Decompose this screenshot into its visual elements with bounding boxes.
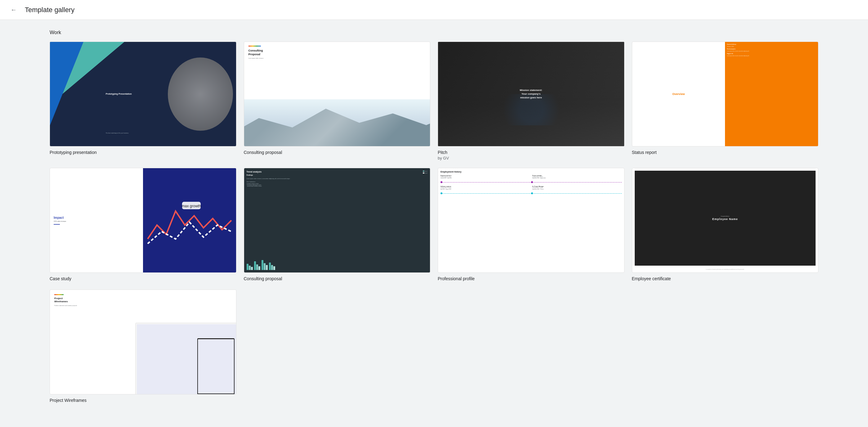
status-overview-text: Overview — [672, 92, 685, 96]
profile-timeline-line-top — [440, 181, 622, 183]
bar-group-3 — [261, 260, 268, 270]
profile-timeline-row1: Engineering Intern Company Name, Locatio… — [440, 175, 622, 179]
template-item-profile[interactable]: Employment history Engineering Intern Co… — [438, 168, 624, 282]
profile-role-2: Project manager Company Name, LocationSe… — [532, 175, 622, 179]
template-item-pitch[interactable]: Mission statement: Your company's missio… — [438, 41, 624, 160]
template-label-profile: Professional profile — [438, 276, 624, 282]
bar-group-4 — [269, 263, 275, 270]
trend-body: Lorem ipsum dolor sit amet, consectetur … — [247, 178, 428, 179]
thumb-sub-consulting1: Lorem ipsum dolor sit amet. — [248, 57, 426, 59]
bar-2a — [254, 261, 256, 270]
cert-sub: In recognition of superior performance a… — [635, 269, 816, 270]
cert-congrats: Congratulations — [721, 215, 729, 217]
status-body-3: Lorem ipsum dolor sit amet consectetur a… — [727, 55, 816, 57]
bar-1c — [251, 267, 253, 270]
profile-timeline-row2: Software engineer Company Name, Location… — [440, 186, 622, 190]
casestudy-impact-text: Impact — [54, 216, 139, 219]
bar-group-2 — [254, 261, 260, 270]
pitch-line3: mission goes here — [520, 96, 542, 99]
bar-4b — [271, 265, 273, 270]
template-thumb-prototyping[interactable]: Prototyping Presentation The best market… — [50, 41, 237, 147]
bar-2c — [258, 266, 260, 270]
trend-bar-chart — [247, 220, 428, 270]
top-bar: ← Template gallery — [0, 0, 868, 20]
status-right-panel: Expected delivery January 4, 20XX Recent… — [725, 42, 818, 146]
cert-inner: Congratulations Employee Name — [635, 171, 816, 266]
bar-group-1 — [247, 264, 253, 270]
template-thumb-consulting1[interactable]: ConsultingProposal Lorem ipsum dolor sit… — [244, 41, 431, 147]
status-body-1: January 4, 20XX — [727, 46, 816, 47]
casestudy-right: max growth — [143, 168, 236, 272]
template-thumb-trend[interactable]: Trend analysis Item 1 Item 2 Findings Lo… — [244, 168, 431, 273]
thumb-title-consulting1: ConsultingProposal — [248, 49, 426, 56]
status-body-2: Lorem ipsum dolor sit amet consectetur a… — [727, 51, 816, 52]
trend-title: Trend analysis — [247, 171, 262, 173]
template-grid-row3: ProjectWireframes Problem statement and … — [50, 289, 818, 404]
page-title: Template gallery — [25, 6, 74, 14]
back-button[interactable]: ← — [7, 4, 20, 16]
bar-3a — [261, 260, 264, 270]
wf-mobile-screen — [198, 339, 234, 394]
profile-timeline-line-bottom — [440, 192, 622, 194]
decoration-coin — [168, 57, 233, 130]
svg-text:max growth: max growth — [182, 204, 201, 208]
template-label-pitch: Pitch — [438, 150, 624, 156]
template-thumb-cert[interactable]: Congratulations Employee Name In recogni… — [632, 168, 819, 273]
bar-4c — [273, 266, 275, 270]
status-heading-1: Expected delivery — [727, 44, 816, 45]
template-item-prototyping[interactable]: Prototyping Presentation The best market… — [50, 41, 237, 160]
template-label-wireframes: Project Wireframes — [50, 398, 237, 404]
status-heading-2: Recent progress — [727, 49, 816, 50]
template-thumb-pitch[interactable]: Mission statement: Your company's missio… — [438, 41, 624, 147]
template-grid-row1: Prototyping Presentation The best market… — [50, 41, 818, 160]
bar-3c — [266, 265, 268, 270]
template-item-casestudy[interactable]: Impact XX% sales increase max growth Cas… — [50, 168, 237, 282]
template-label-consulting1: Consulting proposal — [244, 150, 431, 156]
casestudy-left: Impact XX% sales increase — [50, 168, 143, 272]
template-item-cert[interactable]: Congratulations Employee Name In recogni… — [632, 168, 819, 282]
template-label-casestudy: Case study — [50, 276, 237, 282]
bar-4a — [269, 263, 271, 270]
bar-1b — [249, 266, 251, 270]
casestudy-impact-sub: XX% sales increase — [54, 221, 139, 222]
wf-rainbow-bar — [54, 294, 64, 295]
casestudy-chart: max growth — [143, 168, 236, 272]
bar-2b — [256, 265, 258, 270]
wf-sub: Problem statement and solution proposal — [54, 305, 232, 307]
profile-role-4: Sr. Project Manager Company Name, Locati… — [532, 186, 622, 190]
template-grid-row2: Impact XX% sales increase max growth Cas… — [50, 168, 818, 282]
casestudy-underline — [54, 224, 60, 225]
pitch-line2: Your company's — [522, 92, 540, 95]
back-arrow-icon: ← — [10, 6, 17, 13]
cert-employee-name: Employee Name — [712, 217, 738, 221]
profile-title: Employment history — [440, 171, 622, 173]
profile-role-3: Software engineer Company Name, Location… — [440, 186, 530, 190]
status-heading-3: Biggest risk — [727, 53, 816, 54]
template-thumb-status[interactable]: Overview Expected delivery January 4, 20… — [632, 41, 819, 147]
template-item-consulting1[interactable]: ConsultingProposal Lorem ipsum dolor sit… — [244, 41, 431, 160]
template-item-wireframes[interactable]: ProjectWireframes Problem statement and … — [50, 289, 237, 404]
template-sublabel-pitch: by GV — [438, 156, 624, 160]
template-item-trend[interactable]: Trend analysis Item 1 Item 2 Findings Lo… — [244, 168, 431, 282]
template-label-prototyping: Prototyping presentation — [50, 150, 237, 156]
bar-3b — [264, 263, 266, 270]
thumb-sub-prototyping: The best marketing tool for your busines… — [106, 132, 129, 134]
template-label-cert: Employee certificate — [632, 276, 819, 282]
trend-findings: Findings — [247, 174, 428, 176]
thumb-title-prototyping: Prototyping Presentation — [106, 92, 132, 96]
status-left-panel: Overview — [632, 42, 725, 146]
pitch-line1: Mission statement: — [520, 89, 542, 92]
bar-1a — [247, 264, 248, 270]
template-thumb-profile[interactable]: Employment history Engineering Intern Co… — [438, 168, 624, 273]
decoration-rainbow-bar — [248, 45, 261, 47]
template-thumb-wireframes[interactable]: ProjectWireframes Problem statement and … — [50, 289, 237, 394]
wf-mobile-mockup — [197, 338, 235, 394]
wf-title: ProjectWireframes — [54, 297, 232, 304]
thumb-title-pitch: Mission statement: Your company's missio… — [520, 88, 542, 100]
template-item-status[interactable]: Overview Expected delivery January 4, 20… — [632, 41, 819, 160]
template-label-status: Status report — [632, 150, 819, 156]
template-thumb-casestudy[interactable]: Impact XX% sales increase max growth — [50, 168, 237, 273]
section-title-work: Work — [50, 30, 818, 35]
decoration-mountain — [244, 99, 430, 146]
template-label-trend: Consulting proposal — [244, 276, 431, 282]
